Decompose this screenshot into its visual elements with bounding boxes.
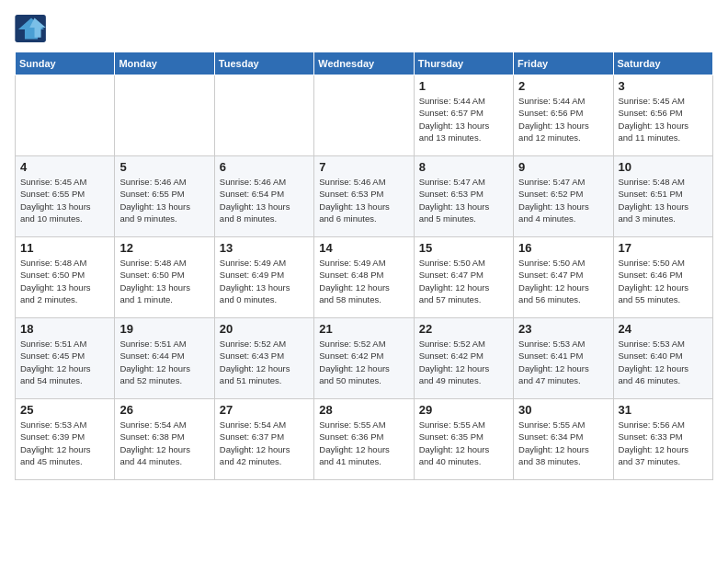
day-info: Sunrise: 5:53 AM Sunset: 6:41 PM Dayligh… <box>518 338 608 386</box>
day-info: Sunrise: 5:45 AM Sunset: 6:56 PM Dayligh… <box>619 95 708 144</box>
day-info: Sunrise: 5:49 AM Sunset: 6:49 PM Dayligh… <box>220 257 309 305</box>
calendar-cell: 1Sunrise: 5:44 AM Sunset: 6:57 PM Daylig… <box>414 75 513 156</box>
day-info: Sunrise: 5:56 AM Sunset: 6:33 PM Dayligh… <box>619 419 708 467</box>
day-number: 6 <box>220 160 309 174</box>
day-number: 11 <box>20 241 109 255</box>
calendar-cell: 17Sunrise: 5:50 AM Sunset: 6:46 PM Dayli… <box>613 237 712 318</box>
day-number: 21 <box>319 322 408 336</box>
day-number: 17 <box>619 241 708 255</box>
day-info: Sunrise: 5:47 AM Sunset: 6:52 PM Dayligh… <box>518 176 608 224</box>
day-info: Sunrise: 5:48 AM Sunset: 6:50 PM Dayligh… <box>119 257 209 305</box>
day-info: Sunrise: 5:44 AM Sunset: 6:57 PM Dayligh… <box>419 95 508 144</box>
calendar-cell: 30Sunrise: 5:55 AM Sunset: 6:34 PM Dayli… <box>514 399 613 480</box>
day-number: 10 <box>619 160 708 174</box>
day-number: 18 <box>20 322 109 336</box>
day-info: Sunrise: 5:53 AM Sunset: 6:40 PM Dayligh… <box>619 338 708 386</box>
day-number: 7 <box>319 160 408 174</box>
weekday-header-saturday: Saturday <box>613 52 712 75</box>
weekday-header-thursday: Thursday <box>414 52 513 75</box>
calendar-cell <box>16 75 115 156</box>
calendar-cell: 22Sunrise: 5:52 AM Sunset: 6:42 PM Dayli… <box>414 318 513 399</box>
calendar-cell: 16Sunrise: 5:50 AM Sunset: 6:47 PM Dayli… <box>514 237 613 318</box>
day-info: Sunrise: 5:46 AM Sunset: 6:53 PM Dayligh… <box>319 176 408 224</box>
day-number: 27 <box>220 403 309 417</box>
day-number: 12 <box>119 241 209 255</box>
day-info: Sunrise: 5:55 AM Sunset: 6:36 PM Dayligh… <box>319 419 408 467</box>
day-info: Sunrise: 5:54 AM Sunset: 6:37 PM Dayligh… <box>220 419 309 467</box>
day-info: Sunrise: 5:52 AM Sunset: 6:43 PM Dayligh… <box>220 338 309 386</box>
calendar-cell: 3Sunrise: 5:45 AM Sunset: 6:56 PM Daylig… <box>613 75 712 156</box>
logo <box>15 15 51 42</box>
calendar-cell: 13Sunrise: 5:49 AM Sunset: 6:49 PM Dayli… <box>214 237 313 318</box>
weekday-header-friday: Friday <box>514 52 613 75</box>
header <box>15 15 713 42</box>
calendar-cell: 11Sunrise: 5:48 AM Sunset: 6:50 PM Dayli… <box>16 237 115 318</box>
logo-icon <box>15 15 48 42</box>
calendar-cell: 19Sunrise: 5:51 AM Sunset: 6:44 PM Dayli… <box>115 318 214 399</box>
day-info: Sunrise: 5:46 AM Sunset: 6:55 PM Dayligh… <box>119 176 209 224</box>
day-number: 24 <box>619 322 708 336</box>
calendar-cell: 27Sunrise: 5:54 AM Sunset: 6:37 PM Dayli… <box>214 399 313 480</box>
day-info: Sunrise: 5:55 AM Sunset: 6:34 PM Dayligh… <box>518 419 608 467</box>
day-info: Sunrise: 5:52 AM Sunset: 6:42 PM Dayligh… <box>419 338 508 386</box>
calendar-cell: 4Sunrise: 5:45 AM Sunset: 6:55 PM Daylig… <box>16 156 115 237</box>
calendar-cell: 21Sunrise: 5:52 AM Sunset: 6:42 PM Dayli… <box>314 318 414 399</box>
day-number: 22 <box>419 322 508 336</box>
day-number: 5 <box>119 160 209 174</box>
day-number: 29 <box>419 403 508 417</box>
day-info: Sunrise: 5:53 AM Sunset: 6:39 PM Dayligh… <box>20 419 109 467</box>
day-number: 30 <box>518 403 608 417</box>
day-number: 20 <box>220 322 309 336</box>
day-info: Sunrise: 5:52 AM Sunset: 6:42 PM Dayligh… <box>319 338 408 386</box>
calendar-cell: 20Sunrise: 5:52 AM Sunset: 6:43 PM Dayli… <box>214 318 313 399</box>
calendar-cell <box>115 75 214 156</box>
day-info: Sunrise: 5:46 AM Sunset: 6:54 PM Dayligh… <box>220 176 309 224</box>
day-info: Sunrise: 5:51 AM Sunset: 6:44 PM Dayligh… <box>119 338 209 386</box>
day-info: Sunrise: 5:50 AM Sunset: 6:47 PM Dayligh… <box>518 257 608 305</box>
day-number: 4 <box>20 160 109 174</box>
calendar-cell <box>314 75 414 156</box>
calendar-cell: 8Sunrise: 5:47 AM Sunset: 6:53 PM Daylig… <box>414 156 513 237</box>
day-number: 14 <box>319 241 408 255</box>
day-number: 23 <box>518 322 608 336</box>
day-info: Sunrise: 5:50 AM Sunset: 6:47 PM Dayligh… <box>419 257 508 305</box>
day-number: 25 <box>20 403 109 417</box>
calendar-cell: 2Sunrise: 5:44 AM Sunset: 6:56 PM Daylig… <box>514 75 613 156</box>
day-info: Sunrise: 5:55 AM Sunset: 6:35 PM Dayligh… <box>419 419 508 467</box>
calendar-cell: 31Sunrise: 5:56 AM Sunset: 6:33 PM Dayli… <box>613 399 712 480</box>
day-info: Sunrise: 5:45 AM Sunset: 6:55 PM Dayligh… <box>20 176 109 224</box>
day-info: Sunrise: 5:49 AM Sunset: 6:48 PM Dayligh… <box>319 257 408 305</box>
calendar-cell: 24Sunrise: 5:53 AM Sunset: 6:40 PM Dayli… <box>613 318 712 399</box>
calendar-cell <box>214 75 313 156</box>
day-number: 9 <box>518 160 608 174</box>
weekday-header-monday: Monday <box>115 52 214 75</box>
day-info: Sunrise: 5:51 AM Sunset: 6:45 PM Dayligh… <box>20 338 109 386</box>
day-info: Sunrise: 5:44 AM Sunset: 6:56 PM Dayligh… <box>518 95 608 144</box>
calendar-cell: 29Sunrise: 5:55 AM Sunset: 6:35 PM Dayli… <box>414 399 513 480</box>
calendar-cell: 5Sunrise: 5:46 AM Sunset: 6:55 PM Daylig… <box>115 156 214 237</box>
calendar-cell: 28Sunrise: 5:55 AM Sunset: 6:36 PM Dayli… <box>314 399 414 480</box>
day-number: 8 <box>419 160 508 174</box>
day-info: Sunrise: 5:48 AM Sunset: 6:50 PM Dayligh… <box>20 257 109 305</box>
calendar-cell: 26Sunrise: 5:54 AM Sunset: 6:38 PM Dayli… <box>115 399 214 480</box>
day-info: Sunrise: 5:48 AM Sunset: 6:51 PM Dayligh… <box>619 176 708 224</box>
day-number: 3 <box>619 79 708 93</box>
day-info: Sunrise: 5:54 AM Sunset: 6:38 PM Dayligh… <box>119 419 209 467</box>
day-number: 31 <box>619 403 708 417</box>
calendar-cell: 25Sunrise: 5:53 AM Sunset: 6:39 PM Dayli… <box>16 399 115 480</box>
calendar-cell: 7Sunrise: 5:46 AM Sunset: 6:53 PM Daylig… <box>314 156 414 237</box>
day-number: 16 <box>518 241 608 255</box>
weekday-header-sunday: Sunday <box>16 52 115 75</box>
calendar-cell: 23Sunrise: 5:53 AM Sunset: 6:41 PM Dayli… <box>514 318 613 399</box>
day-number: 26 <box>119 403 209 417</box>
weekday-header-tuesday: Tuesday <box>214 52 313 75</box>
weekday-header-wednesday: Wednesday <box>314 52 414 75</box>
day-number: 19 <box>119 322 209 336</box>
calendar: SundayMondayTuesdayWednesdayThursdayFrid… <box>15 52 713 480</box>
calendar-cell: 9Sunrise: 5:47 AM Sunset: 6:52 PM Daylig… <box>514 156 613 237</box>
day-number: 15 <box>419 241 508 255</box>
calendar-cell: 15Sunrise: 5:50 AM Sunset: 6:47 PM Dayli… <box>414 237 513 318</box>
day-info: Sunrise: 5:50 AM Sunset: 6:46 PM Dayligh… <box>619 257 708 305</box>
calendar-cell: 12Sunrise: 5:48 AM Sunset: 6:50 PM Dayli… <box>115 237 214 318</box>
day-info: Sunrise: 5:47 AM Sunset: 6:53 PM Dayligh… <box>419 176 508 224</box>
